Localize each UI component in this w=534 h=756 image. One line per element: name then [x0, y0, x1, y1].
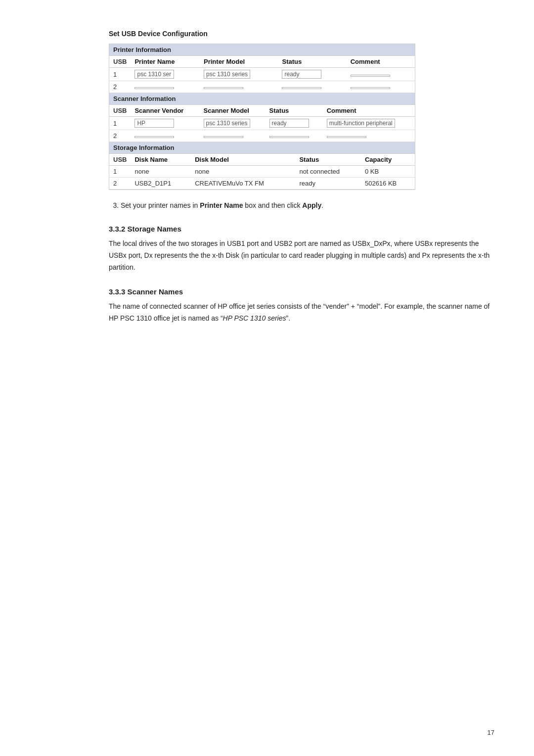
- printer-row1-comment: [347, 68, 415, 81]
- printer-comment-1[interactable]: [351, 75, 390, 77]
- printer-col-status: Status: [278, 56, 346, 68]
- storage-row1-diskmodel: none: [191, 166, 295, 178]
- storage-col-capacity: Capacity: [361, 154, 415, 166]
- storage-row2-diskname: USB2_D1P1: [131, 178, 191, 189]
- storage-row-1: 1 none none not connected 0 KB: [109, 166, 415, 178]
- printer-row1-usb: 1: [109, 68, 131, 81]
- scanner-col-model: Scanner Model: [200, 105, 266, 117]
- step-list: Set your printer names in Printer Name b…: [109, 200, 494, 211]
- storage-col-diskmodel: Disk Model: [191, 154, 295, 166]
- scanner-row2-usb: 2: [109, 130, 131, 142]
- section-332-paragraph: The local drives of the two storages in …: [109, 238, 494, 273]
- scanner-status-2: [269, 136, 309, 138]
- printer-row2-usb: 2: [109, 81, 131, 93]
- storage-col-usb: USB: [109, 154, 131, 166]
- storage-table: USB Disk Name Disk Model Status Capacity…: [109, 154, 415, 189]
- printer-row1-status: ready: [278, 68, 346, 81]
- printer-status-1: ready: [282, 70, 321, 79]
- scanner-col-vendor: Scanner Vendor: [131, 105, 199, 117]
- scanner-vendor-1: HP: [134, 119, 174, 128]
- storage-row2-status: ready: [295, 178, 361, 189]
- scanner-comment-2: [327, 136, 366, 138]
- printer-row-2: 2: [109, 81, 415, 93]
- printer-row1-name: psc 1310 ser: [131, 68, 200, 81]
- scanner-row1-status: ready: [266, 117, 323, 130]
- storage-row1-capacity: 0 KB: [361, 166, 415, 178]
- printer-col-comment: Comment: [347, 56, 415, 68]
- scanner-row1-model: psc 1310 series: [200, 117, 266, 130]
- printer-col-usb: USB: [109, 56, 131, 68]
- printer-row2-status: [278, 81, 346, 93]
- printer-row1-model: psc 1310 series: [200, 68, 278, 81]
- storage-row2-diskmodel: CREATIVEMuVo TX FM: [191, 178, 295, 189]
- printer-row-1: 1 psc 1310 ser psc 1310 series ready: [109, 68, 415, 81]
- step3-bold-printername: Printer Name: [200, 201, 243, 209]
- step3-text-middle: box and then click: [243, 201, 302, 209]
- printer-comment-2[interactable]: [351, 87, 390, 89]
- scanner-vendor-2: [134, 136, 174, 138]
- section-332-heading: 3.3.2 Storage Names: [109, 225, 494, 233]
- scanner-row1-usb: 1: [109, 117, 131, 130]
- section-333-italic: HP PSC 1310 series: [223, 314, 286, 322]
- printer-col-name: Printer Name: [131, 56, 200, 68]
- storage-row2-capacity: 502616 KB: [361, 178, 415, 189]
- printer-row2-name: [131, 81, 200, 93]
- scanner-col-usb: USB: [109, 105, 131, 117]
- scanner-model-1: psc 1310 series: [204, 119, 250, 128]
- printer-model-input-2: [204, 87, 243, 89]
- storage-row-2: 2 USB2_D1P1 CREATIVEMuVo TX FM ready 502…: [109, 178, 415, 189]
- printer-row2-model: [200, 81, 278, 93]
- printer-col-model: Printer Model: [200, 56, 278, 68]
- scanner-row-2: 2: [109, 130, 415, 142]
- scanner-row2-vendor: [131, 130, 199, 142]
- step-3: Set your printer names in Printer Name b…: [121, 200, 494, 211]
- step3-text-before: Set your printer names in: [121, 201, 200, 209]
- scanner-row-1: 1 HP psc 1310 series ready multi-functio…: [109, 117, 415, 130]
- printer-table-wrapper: Printer Information USB Printer Name Pri…: [109, 44, 415, 190]
- storage-row1-usb: 1: [109, 166, 131, 178]
- section-333-text-before: The name of connected scanner of HP offi…: [109, 302, 490, 322]
- scanner-row2-model: [200, 130, 266, 142]
- storage-col-status: Status: [295, 154, 361, 166]
- storage-section-header: Storage Information: [109, 142, 415, 154]
- section-333-text-after: ”.: [286, 314, 290, 322]
- scanner-col-comment: Comment: [323, 105, 415, 117]
- printer-section-header: Printer Information: [109, 44, 415, 56]
- scanner-table: USB Scanner Vendor Scanner Model Status …: [109, 105, 415, 142]
- storage-col-diskname: Disk Name: [131, 154, 191, 166]
- scanner-row2-status: [266, 130, 323, 142]
- printer-row2-comment: [347, 81, 415, 93]
- scanner-status-1: ready: [269, 119, 309, 128]
- section-333-paragraph: The name of connected scanner of HP offi…: [109, 301, 494, 325]
- scanner-col-status: Status: [266, 105, 323, 117]
- printer-model-input-1: psc 1310 series: [204, 70, 250, 79]
- scanner-comment-1: multi-function peripheral: [327, 119, 395, 128]
- step3-text-after: .: [321, 201, 323, 209]
- storage-row1-diskname: none: [131, 166, 191, 178]
- section-333-heading: 3.3.3 Scanner Names: [109, 287, 494, 296]
- step3-bold-apply: Apply: [302, 201, 321, 209]
- page-number: 17: [488, 729, 494, 736]
- printer-table: USB Printer Name Printer Model Status Co…: [109, 56, 415, 93]
- scanner-row1-comment: multi-function peripheral: [323, 117, 415, 130]
- scanner-section-header: Scanner Information: [109, 93, 415, 105]
- scanner-row2-comment: [323, 130, 415, 142]
- printer-status-2: [282, 87, 321, 89]
- printer-name-input-1[interactable]: psc 1310 ser: [134, 70, 174, 79]
- scanner-model-2: [204, 136, 243, 138]
- printer-name-input-2[interactable]: [134, 87, 174, 89]
- storage-row2-usb: 2: [109, 178, 131, 189]
- page-title: Set USB Device Configuration: [109, 30, 494, 38]
- scanner-row1-vendor: HP: [131, 117, 199, 130]
- storage-row1-status: not connected: [295, 166, 361, 178]
